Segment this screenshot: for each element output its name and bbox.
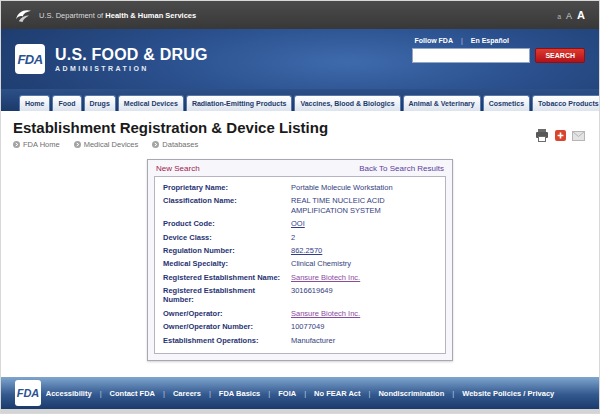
panel-header: New Search Back To Search Results	[148, 160, 452, 176]
bottom-strip	[1, 409, 599, 413]
hhs-link[interactable]: U.S. Department of Health & Human Servic…	[15, 8, 196, 23]
row-value: Portable Molecule Workstation	[291, 183, 437, 192]
footer-link-nondiscrimination[interactable]: Nondiscrimination	[378, 389, 444, 398]
tab-tobacco-products[interactable]: Tobacco Products	[532, 95, 600, 111]
footer-links: Accessibility| Contact FDA| Careers| FDA…	[46, 389, 554, 398]
row-label: Establishment Operations:	[163, 336, 291, 345]
tab-vaccines-blood-biologics[interactable]: Vaccines, Blood & Biologics	[294, 95, 400, 111]
tab-drugs[interactable]: Drugs	[84, 95, 116, 111]
utility-separator: |	[461, 37, 463, 44]
table-row: Registered Establishment Number: 3016619…	[163, 284, 437, 307]
footer-link-website-policies-privacy[interactable]: Website Policies / Privacy	[462, 389, 554, 398]
tab-animal-veterinary[interactable]: Animal & Veterinary	[403, 95, 481, 111]
breadcrumb-fda-home[interactable]: FDA Home	[13, 140, 60, 149]
tab-cosmetics[interactable]: Cosmetics	[483, 95, 530, 111]
row-label: Product Code:	[163, 219, 291, 228]
table-row: Establishment Operations: Manufacturer	[163, 334, 437, 347]
browser-page: U.S. Department of Health & Human Servic…	[0, 0, 600, 414]
follow-fda-link[interactable]: Follow FDA	[414, 37, 453, 44]
row-label: Owner/Operator:	[163, 309, 291, 318]
fda-brand: U.S. FOOD & DRUG ADMINISTRATION	[55, 46, 208, 72]
hhs-agency-text: U.S. Department of Health & Human Servic…	[39, 11, 196, 20]
footer-link-contact-fda[interactable]: Contact FDA	[110, 389, 155, 398]
breadcrumb: FDA Home Medical Devices Databases	[13, 140, 587, 149]
owner-operator-link[interactable]: Sansure Biotech Inc.	[291, 309, 360, 318]
breadcrumb-label: Databases	[162, 140, 198, 149]
breadcrumb-medical-devices[interactable]: Medical Devices	[74, 140, 139, 149]
table-row: Owner/Operator Number: 10077049	[163, 320, 437, 333]
row-value: Clinical Chemistry	[291, 259, 437, 268]
fda-header: FDA U.S. FOOD & DRUG ADMINISTRATION Foll…	[1, 29, 599, 89]
breadcrumb-bullet-icon	[152, 141, 159, 148]
tab-home[interactable]: Home	[19, 95, 50, 111]
main-content: Establishment Registration & Device List…	[1, 111, 599, 377]
site-footer: FDA Accessibility| Contact FDA| Careers|…	[1, 377, 599, 409]
en-espanol-link[interactable]: En Español	[471, 37, 509, 44]
search-input[interactable]	[412, 48, 530, 63]
row-label: Registered Establishment Number:	[163, 286, 291, 305]
header-utility-links: Follow FDA | En Español	[412, 37, 585, 44]
email-icon[interactable]	[572, 131, 585, 141]
fda-brand-line1: U.S. FOOD & DRUG	[55, 46, 208, 64]
footer-link-fda-basics[interactable]: FDA Basics	[219, 389, 260, 398]
page-title: Establishment Registration & Device List…	[13, 119, 587, 136]
table-row: Medical Specialty: Clinical Chemistry	[163, 257, 437, 270]
table-row: Classification Name: REAL TIME NUCLEIC A…	[163, 194, 437, 217]
row-label: Proprietary Name:	[163, 183, 291, 192]
table-row: Registered Establishment Name: Sansure B…	[163, 271, 437, 284]
hhs-eagle-icon	[15, 8, 32, 23]
table-row: Owner/Operator: Sansure Biotech Inc.	[163, 307, 437, 320]
row-value: 3016619649	[291, 286, 437, 305]
row-value: 10077049	[291, 322, 437, 331]
breadcrumb-databases[interactable]: Databases	[152, 140, 198, 149]
row-label: Regulation Number:	[163, 246, 291, 255]
row-label: Classification Name:	[163, 196, 291, 215]
new-search-link[interactable]: New Search	[156, 164, 200, 173]
breadcrumb-bullet-icon	[74, 141, 81, 148]
hhs-top-bar: U.S. Department of Health & Human Servic…	[1, 1, 599, 29]
text-size-large-button[interactable]: A	[577, 9, 585, 21]
footer-link-foia[interactable]: FOIA	[278, 389, 296, 398]
primary-nav: Home Food Drugs Medical Devices Radiatio…	[1, 89, 599, 111]
fda-brand-line2: ADMINISTRATION	[55, 65, 208, 72]
row-label: Medical Specialty:	[163, 259, 291, 268]
breadcrumb-bullet-icon	[13, 141, 20, 148]
header-search: SEARCH	[412, 48, 585, 63]
device-detail-table: Proprietary Name: Portable Molecule Work…	[154, 176, 446, 354]
back-to-search-results-link[interactable]: Back To Search Results	[359, 164, 444, 173]
table-row: Device Class: 2	[163, 231, 437, 244]
product-code-link[interactable]: OOI	[291, 219, 305, 228]
footer-link-no-fear-act[interactable]: No FEAR Act	[314, 389, 360, 398]
breadcrumb-label: Medical Devices	[84, 140, 139, 149]
tab-radiation-emitting-products[interactable]: Radiation-Emitting Products	[186, 95, 293, 111]
row-value: Manufacturer	[291, 336, 437, 345]
table-row: Proprietary Name: Portable Molecule Work…	[163, 181, 437, 194]
row-label: Registered Establishment Name:	[163, 273, 291, 282]
share-icon[interactable]	[555, 130, 566, 141]
page-action-icons	[535, 129, 585, 142]
breadcrumb-label: FDA Home	[23, 140, 60, 149]
table-row: Product Code: OOI	[163, 217, 437, 230]
row-value: 2	[291, 233, 437, 242]
registered-establishment-name-link[interactable]: Sansure Biotech Inc.	[291, 273, 360, 282]
tab-food[interactable]: Food	[52, 95, 81, 111]
device-listing-panel: New Search Back To Search Results Propri…	[147, 159, 453, 361]
footer-link-careers[interactable]: Careers	[173, 389, 201, 398]
text-size-small-button[interactable]: a	[557, 13, 561, 20]
row-label: Owner/Operator Number:	[163, 322, 291, 331]
text-size-medium-button[interactable]: A	[566, 11, 572, 21]
tab-medical-devices[interactable]: Medical Devices	[118, 95, 184, 111]
fda-logo[interactable]: FDA	[15, 44, 45, 74]
text-size-controls: a A A	[557, 9, 585, 21]
footer-fda-logo[interactable]: FDA	[15, 380, 41, 406]
header-right: Follow FDA | En Español SEARCH	[412, 37, 585, 63]
row-value: REAL TIME NUCLEIC ACID AMPLIFICATION SYS…	[291, 196, 437, 215]
search-button[interactable]: SEARCH	[535, 48, 585, 63]
table-row: Regulation Number: 862.2570	[163, 244, 437, 257]
regulation-number-link[interactable]: 862.2570	[291, 246, 322, 255]
row-label: Device Class:	[163, 233, 291, 242]
print-icon[interactable]	[535, 129, 549, 142]
footer-link-accessibility[interactable]: Accessibility	[46, 389, 92, 398]
